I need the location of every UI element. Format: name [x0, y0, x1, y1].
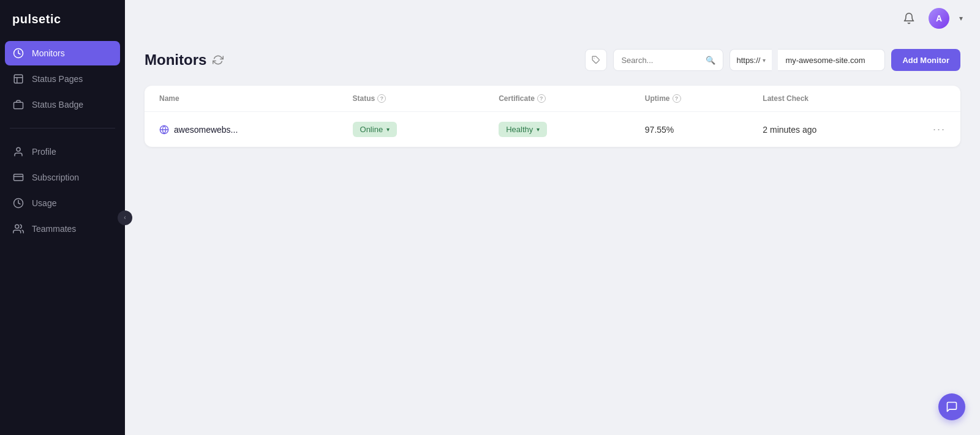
uptime-help-icon[interactable]: ? — [673, 94, 681, 103]
tag-filter-button[interactable] — [585, 49, 607, 71]
url-input[interactable] — [778, 49, 885, 71]
status-pages-icon — [12, 73, 24, 85]
sidebar-collapse-button[interactable]: ‹ — [118, 210, 132, 225]
avatar[interactable]: A — [929, 8, 949, 29]
certificate-help-icon[interactable]: ? — [537, 94, 546, 103]
usage-icon — [12, 197, 24, 209]
content-area: Monitors 🔍 — [125, 37, 980, 435]
monitor-name-cell[interactable]: awesomewebs... — [159, 125, 348, 135]
teammates-icon — [12, 223, 24, 235]
monitor-latest-check-cell: 2 minutes ago — [763, 125, 904, 135]
refresh-icon[interactable] — [213, 54, 224, 65]
sidebar-nav: Monitors Status Pages Status Badge — [0, 41, 125, 435]
table-row: awesomewebs... Online ▾ Healthy ▾ 97.55% — [145, 112, 960, 147]
monitor-status-cell: Online ▾ — [353, 122, 494, 137]
sidebar-item-teammates-label: Teammates — [32, 224, 76, 234]
protocol-chevron-icon: ▾ — [763, 57, 766, 64]
sidebar-item-status-pages-label: Status Pages — [32, 74, 83, 84]
monitors-controls: 🔍 https:// ▾ Add Monitor — [585, 49, 960, 71]
status-badge[interactable]: Online ▾ — [353, 122, 398, 137]
sidebar-item-monitors-label: Monitors — [32, 48, 65, 58]
sidebar-item-subscription-label: Subscription — [32, 173, 79, 182]
avatar-chevron-icon[interactable]: ▾ — [959, 14, 963, 23]
globe-icon — [159, 125, 169, 135]
sidebar-item-teammates[interactable]: Teammates — [5, 217, 120, 241]
sidebar-item-subscription[interactable]: Subscription — [5, 165, 120, 190]
search-box: 🔍 — [613, 49, 723, 71]
page-title: Monitors — [145, 51, 206, 69]
topbar: A ▾ — [125, 0, 980, 37]
svg-rect-1 — [14, 75, 23, 83]
col-uptime: Uptime ? — [645, 94, 758, 103]
col-actions — [909, 94, 946, 103]
col-latest-check: Latest Check — [763, 94, 904, 103]
search-icon: 🔍 — [706, 56, 715, 65]
sidebar-item-usage[interactable]: Usage — [5, 191, 120, 215]
col-certificate: Certificate ? — [499, 94, 640, 103]
url-protocol-label: https:// — [736, 56, 760, 65]
sidebar-item-usage-label: Usage — [32, 198, 56, 208]
status-chevron-icon: ▾ — [386, 126, 390, 133]
monitor-icon — [12, 47, 24, 59]
certificate-badge-text: Healthy — [506, 125, 533, 134]
sidebar-item-monitors[interactable]: Monitors — [5, 41, 120, 65]
monitor-certificate-cell: Healthy ▾ — [499, 122, 640, 137]
subscription-icon — [12, 171, 24, 184]
chat-widget-button[interactable] — [938, 393, 965, 420]
svg-point-5 — [17, 147, 20, 151]
row-actions-button[interactable]: ··· — [909, 123, 946, 136]
sidebar-divider — [10, 128, 115, 128]
sidebar-item-profile-label: Profile — [32, 147, 56, 157]
profile-icon — [12, 146, 24, 158]
certificate-chevron-icon: ▾ — [537, 126, 540, 133]
sidebar: pulsetic Monitors Status Pages — [0, 0, 125, 435]
monitors-title-group: Monitors — [145, 51, 224, 69]
sidebar-item-status-badge-label: Status Badge — [32, 100, 83, 110]
status-help-icon[interactable]: ? — [377, 94, 386, 103]
sidebar-item-status-pages[interactable]: Status Pages — [5, 67, 120, 91]
col-status: Status ? — [353, 94, 494, 103]
monitor-uptime-cell: 97.55% — [645, 125, 758, 135]
search-input[interactable] — [621, 56, 701, 65]
monitor-name-text: awesomewebs... — [174, 125, 238, 135]
status-badge-text: Online — [360, 125, 383, 134]
col-name: Name — [159, 94, 348, 103]
monitors-table: Name Status ? Certificate ? Uptime ? Lat… — [145, 86, 960, 147]
app-logo: pulsetic — [0, 0, 125, 41]
sidebar-item-status-badge[interactable]: Status Badge — [5, 92, 120, 117]
svg-rect-6 — [14, 174, 23, 181]
badge-icon — [12, 99, 24, 111]
svg-rect-4 — [14, 102, 23, 109]
svg-point-9 — [15, 225, 19, 228]
main-content: A ▾ Monitors — [125, 0, 980, 435]
sidebar-item-profile[interactable]: Profile — [5, 139, 120, 164]
url-protocol-selector[interactable]: https:// ▾ — [729, 49, 772, 71]
table-header: Name Status ? Certificate ? Uptime ? Lat… — [145, 86, 960, 112]
notifications-button[interactable] — [899, 9, 919, 28]
certificate-badge[interactable]: Healthy ▾ — [499, 122, 547, 137]
monitors-header: Monitors 🔍 — [145, 49, 960, 71]
add-monitor-button[interactable]: Add Monitor — [891, 49, 960, 71]
